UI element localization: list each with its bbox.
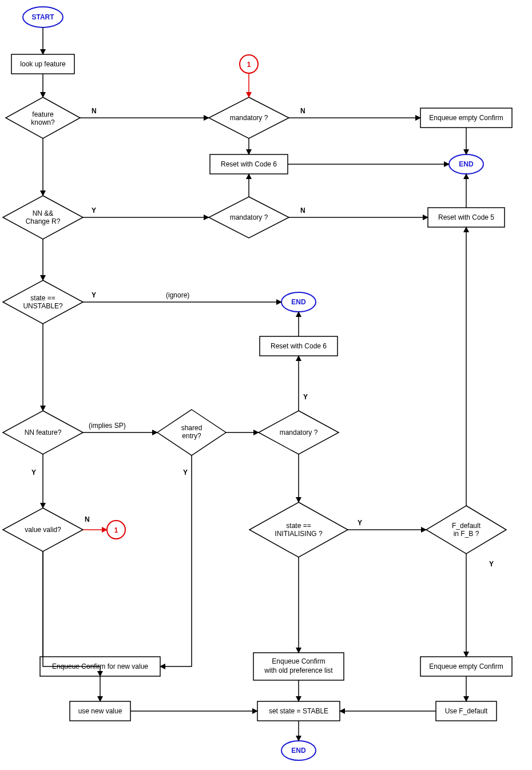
- edge-mandatory1-N-label: N: [300, 107, 305, 115]
- use-new-label: use new value: [78, 707, 122, 715]
- mandatory2-diamond: mandatory ?: [209, 197, 289, 238]
- reset5-label: Reset with Code 5: [438, 213, 494, 221]
- end1-label: END: [459, 160, 474, 168]
- enqueue-empty2-label: Enqueue empty Confirm: [429, 662, 503, 670]
- feature-known-label2: known?: [31, 118, 55, 126]
- state-init-label1: state ==: [286, 522, 311, 530]
- shared-entry-diamond: shared entry?: [157, 410, 226, 455]
- edge-unstable-Y-label: Y: [92, 291, 96, 299]
- end3-label: END: [291, 747, 306, 755]
- nn-change-label2: Change R?: [26, 217, 61, 225]
- nn-change-diamond: NN && Change R?: [3, 196, 83, 239]
- feature-known-label1: feature: [32, 110, 54, 118]
- connector-1-out-label: 1: [114, 526, 118, 534]
- edge-shared-Y-label: Y: [183, 469, 188, 477]
- reset6b-label: Reset with Code 6: [271, 342, 327, 350]
- use-fdefault-label: Use F_default: [445, 707, 488, 715]
- edge-nnfeature-impliessp: (implies SP): [89, 422, 126, 430]
- connector-1-in: 1: [240, 55, 258, 73]
- shared-label1: shared: [181, 424, 203, 432]
- value-valid-label: value valid?: [25, 526, 61, 534]
- end2-terminal: END: [281, 292, 316, 312]
- set-stable-label: set state = STABLE: [269, 707, 328, 715]
- enqueue-empty1-box: Enqueue empty Confirm: [420, 108, 512, 128]
- reset6a-box: Reset with Code 6: [210, 154, 288, 174]
- enqueue-empty1-label: Enqueue empty Confirm: [429, 114, 503, 122]
- edge-featknown-N-label: N: [92, 107, 97, 115]
- feature-known-diamond: feature known?: [6, 97, 80, 138]
- mandatory2-label: mandatory ?: [230, 213, 268, 221]
- enqueue-old-label1: Enqueue Confirm: [272, 657, 325, 665]
- edge-mandatory2-N-label: N: [300, 207, 305, 215]
- use-fdefault-box: Use F_default: [436, 701, 497, 721]
- end3-terminal: END: [281, 741, 316, 760]
- mandatory3-label: mandatory ?: [280, 428, 318, 436]
- fdefault-label2: in F_B ?: [454, 530, 479, 538]
- edge-stateinit-Y-label: Y: [358, 519, 362, 527]
- start-label: START: [31, 13, 54, 21]
- enqueue-old-box: Enqueue Confirm with old preference list: [253, 653, 344, 680]
- fdefault-diamond: F_default in F_B ?: [426, 506, 506, 554]
- lookup-label: look up feature: [20, 60, 66, 68]
- edge-unstable-ignore: (ignore): [166, 291, 189, 299]
- enqueue-empty2-box: Enqueue empty Confirm: [420, 657, 512, 676]
- state-unstable-label2: UNSTABLE?: [23, 302, 62, 310]
- enqueue-old-label2: with old preference list: [264, 666, 333, 674]
- set-stable-box: set state = STABLE: [257, 701, 340, 721]
- reset5-box: Reset with Code 5: [428, 208, 505, 227]
- reset6a-label: Reset with Code 6: [221, 160, 277, 168]
- connector-1-in-label: 1: [247, 61, 251, 69]
- edge-valuevalid-N-label: N: [85, 515, 90, 523]
- reset6b-box: Reset with Code 6: [260, 336, 338, 356]
- edge-nnfeature-Y-label: Y: [31, 469, 36, 477]
- end1-terminal: END: [449, 154, 483, 174]
- state-init-diamond: state == INITIALISING ?: [249, 502, 348, 557]
- shared-label2: entry?: [182, 432, 201, 440]
- connector-1-out: 1: [107, 521, 125, 539]
- mandatory1-label: mandatory ?: [230, 114, 268, 122]
- fdefault-label1: F_default: [452, 522, 481, 530]
- edge-fdef-Y-label: Y: [489, 560, 494, 568]
- nn-feature-label: NN feature?: [25, 428, 62, 436]
- nn-change-label1: NN &&: [33, 209, 54, 217]
- nn-feature-diamond: NN feature?: [3, 411, 83, 454]
- mandatory3-diamond: mandatory ?: [259, 411, 339, 454]
- edge-nnchange-Y-label: Y: [92, 207, 96, 215]
- state-init-label2: INITIALISING ?: [275, 530, 323, 538]
- edge-shared-enqnew: [160, 455, 192, 666]
- use-new-box: use new value: [70, 701, 130, 721]
- value-valid-diamond: value valid?: [3, 508, 83, 551]
- start-terminal: START: [23, 7, 63, 27]
- state-unstable-label1: state ==: [30, 294, 55, 302]
- mandatory1-diamond: mandatory ?: [209, 97, 289, 138]
- edge-mandatory3-Y-label: Y: [303, 393, 308, 401]
- state-unstable-diamond: state == UNSTABLE?: [3, 280, 83, 324]
- end2-label: END: [291, 298, 306, 306]
- lookup-box: look up feature: [11, 54, 74, 74]
